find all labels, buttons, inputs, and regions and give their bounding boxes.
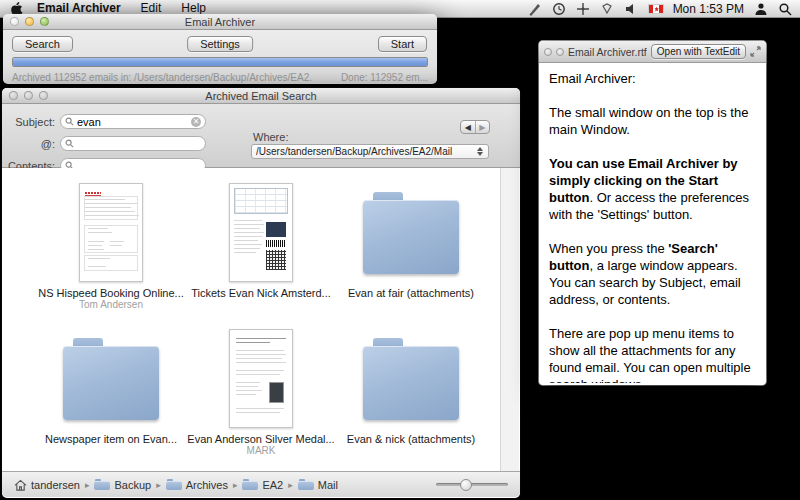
email-archiver-window: Email Archiver Search Settings Start Arc… bbox=[3, 14, 437, 84]
breadcrumb-separator: ▸ bbox=[288, 480, 293, 490]
search-icon bbox=[65, 117, 74, 126]
folder-icon bbox=[363, 190, 459, 274]
icon-size-slider[interactable] bbox=[436, 479, 508, 491]
close-button[interactable] bbox=[10, 17, 19, 26]
close-button[interactable] bbox=[9, 91, 18, 100]
archiver-titlebar[interactable]: Email Archiver bbox=[3, 14, 437, 30]
user-icon[interactable] bbox=[753, 1, 768, 16]
file-name: NS Hispeed Booking Online... bbox=[38, 287, 184, 299]
document-icon bbox=[79, 183, 143, 282]
window-title: Email Archiver bbox=[3, 16, 437, 28]
minimize-button[interactable] bbox=[24, 91, 33, 100]
subject-search-field[interactable]: ✕ bbox=[60, 114, 206, 129]
archived-email-search-window: Archived Email Search Subject: ✕ @: Cont… bbox=[2, 88, 520, 498]
vertical-scrollbar[interactable] bbox=[500, 168, 519, 471]
address-label: @: bbox=[2, 138, 60, 150]
breadcrumb-separator: ▸ bbox=[233, 480, 238, 490]
folder-icon bbox=[298, 479, 314, 490]
zoom-button[interactable] bbox=[40, 17, 49, 26]
settings-button[interactable]: Settings bbox=[187, 36, 253, 52]
where-dropdown[interactable]: /Users/tandersen/Backup/Archives/EA2/Mai… bbox=[251, 144, 489, 159]
search-titlebar[interactable]: Archived Email Search bbox=[2, 88, 520, 104]
shape-icon[interactable] bbox=[600, 1, 615, 16]
file-item[interactable]: Tickets Evan Nick Amsterd... bbox=[186, 178, 336, 324]
open-with-textedit-button[interactable]: Open with TextEdit bbox=[651, 44, 746, 59]
where-label: Where: bbox=[253, 131, 288, 143]
file-name: Tickets Evan Nick Amsterd... bbox=[191, 287, 331, 299]
file-item[interactable]: Evan at fair (attachments) bbox=[336, 178, 486, 324]
minimize-button[interactable] bbox=[25, 17, 34, 26]
file-item[interactable]: NS Hispeed Booking Online...Tom Andersen bbox=[36, 178, 186, 324]
breadcrumb-archives[interactable]: Archives bbox=[166, 479, 228, 491]
slider-knob[interactable] bbox=[460, 479, 472, 491]
file-name: Evan at fair (attachments) bbox=[348, 287, 474, 299]
folder-icon bbox=[363, 336, 459, 420]
path-bar: tandersen ▸ Backup ▸ Archives ▸ EA2 ▸ Ma… bbox=[2, 471, 520, 497]
search-toolbar: Subject: ✕ @: Contents: ◀ ▶ Wher bbox=[2, 104, 520, 168]
breadcrumb-separator: ▸ bbox=[156, 480, 161, 490]
subject-input[interactable] bbox=[77, 116, 188, 128]
breadcrumb-home[interactable]: tandersen bbox=[14, 479, 80, 491]
file-name: Evan Anderson Silver Medal... bbox=[187, 433, 334, 445]
progress-bar bbox=[12, 57, 428, 67]
pen-icon[interactable] bbox=[528, 1, 543, 16]
breadcrumb-mail[interactable]: Mail bbox=[298, 479, 338, 491]
file-item[interactable]: Evan Anderson Silver Medal...MARK bbox=[186, 324, 336, 470]
folder-icon bbox=[242, 479, 258, 490]
where-value: /Users/tandersen/Backup/Archives/EA2/Mai… bbox=[256, 146, 475, 157]
readme-window: Email Archiver.rtf Open with TextEdit Em… bbox=[539, 41, 766, 385]
readme-titlebar[interactable]: Email Archiver.rtf Open with TextEdit bbox=[539, 41, 766, 63]
volume-icon[interactable] bbox=[624, 1, 639, 16]
home-icon bbox=[14, 479, 27, 491]
file-item[interactable]: Evan & nick (attachments) bbox=[336, 324, 486, 470]
folder-icon bbox=[63, 336, 159, 420]
history-nav-buttons[interactable]: ◀ ▶ bbox=[460, 120, 490, 134]
archive-done-text: Done: 112952 em... bbox=[341, 72, 428, 83]
spotlight-search-icon[interactable] bbox=[777, 1, 792, 16]
window-title: Email Archiver.rtf bbox=[568, 46, 647, 58]
stepper-icon bbox=[475, 147, 484, 156]
clear-icon[interactable]: ✕ bbox=[191, 117, 201, 127]
file-name: Newspaper item on Evan... bbox=[45, 433, 177, 445]
address-search-field[interactable] bbox=[60, 136, 206, 151]
folder-icon bbox=[94, 479, 110, 490]
address-input[interactable] bbox=[77, 138, 201, 150]
file-name: Evan & nick (attachments) bbox=[347, 433, 475, 445]
menu-clock[interactable]: Mon 1:53 PM bbox=[673, 2, 744, 16]
document-icon bbox=[229, 329, 293, 428]
back-button[interactable]: ◀ bbox=[461, 121, 476, 133]
time-machine-icon[interactable] bbox=[552, 1, 567, 16]
minimize-button[interactable] bbox=[556, 48, 564, 56]
forward-button[interactable]: ▶ bbox=[476, 121, 490, 133]
readme-text: Email Archiver:The small window on the t… bbox=[539, 63, 766, 383]
search-results-area: NS Hispeed Booking Online...Tom Andersen… bbox=[2, 168, 520, 471]
fullscreen-icon[interactable] bbox=[750, 46, 761, 57]
start-button[interactable]: Start bbox=[378, 36, 427, 52]
file-sender: MARK bbox=[247, 445, 276, 456]
document-icon bbox=[229, 183, 293, 282]
file-sender: Tom Andersen bbox=[79, 299, 143, 310]
zoom-button[interactable] bbox=[39, 91, 48, 100]
breadcrumb-separator: ▸ bbox=[85, 480, 90, 490]
close-button[interactable] bbox=[544, 48, 552, 56]
breadcrumb-ea2[interactable]: EA2 bbox=[242, 479, 283, 491]
keyboard-access-icon[interactable] bbox=[576, 1, 591, 16]
subject-label: Subject: bbox=[2, 116, 60, 128]
file-item[interactable]: Newspaper item on Evan... bbox=[36, 324, 186, 470]
canada-flag-icon[interactable] bbox=[648, 4, 664, 14]
search-button[interactable]: Search bbox=[12, 36, 73, 52]
window-title: Archived Email Search bbox=[2, 90, 520, 102]
folder-icon bbox=[166, 479, 182, 490]
search-icon bbox=[65, 139, 74, 148]
archive-status-text: Archived 112952 emails in: /Users/tander… bbox=[12, 72, 312, 83]
breadcrumb-backup[interactable]: Backup bbox=[94, 479, 151, 491]
